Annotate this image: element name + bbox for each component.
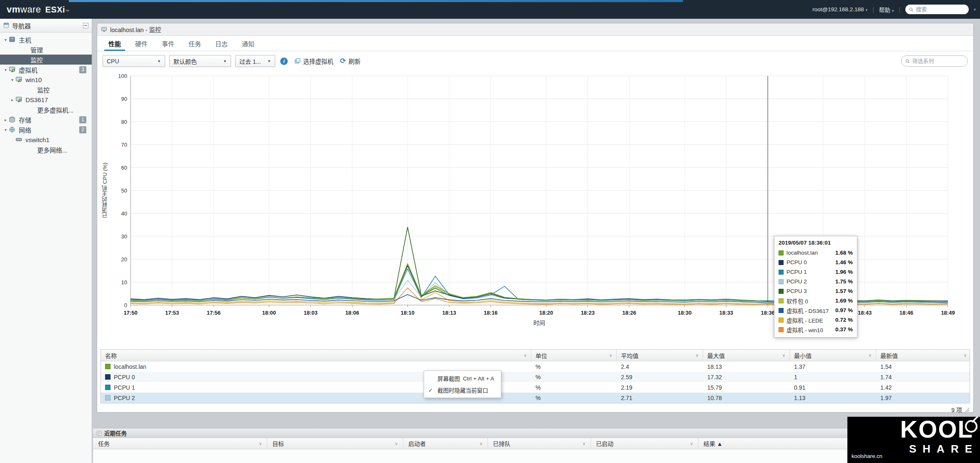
filter-chevron-icon[interactable]: ∨: [782, 353, 785, 358]
series-swatch: [779, 298, 784, 303]
collapse-sidebar-button[interactable]: [83, 23, 88, 28]
column-header[interactable]: 平均值∨: [617, 350, 703, 361]
navigator-icon: [3, 23, 9, 28]
table-row[interactable]: PCPU 0%2.5917.3211.74: [101, 372, 970, 382]
expand-right-icon[interactable]: ▸: [3, 118, 9, 122]
chart-toolbar: CPU ▼ 默认颜色 ▼ 过去 1... ▼ i 选择虚拟机 ⟳ 刷新: [97, 51, 973, 71]
table-row[interactable]: PCPU 2%2.7110.781.131.97: [101, 393, 970, 403]
sidebar-item-vm-ds3617[interactable]: ▸DS3617: [0, 95, 92, 105]
tasks-column-header[interactable]: 已启动∨: [591, 438, 699, 449]
refresh-icon: ⟳: [340, 58, 346, 65]
sidebar-item-host-monitor[interactable]: 监控: [0, 55, 92, 65]
tasks-column-header[interactable]: 任务∨: [93, 438, 267, 449]
column-header[interactable]: 最大值∨: [703, 350, 790, 361]
series-filter-input[interactable]: [912, 58, 964, 64]
column-header[interactable]: 名称∨: [101, 350, 531, 361]
expand-right-icon[interactable]: ▸: [9, 98, 15, 102]
context-menu-item[interactable]: 屏幕截图Ctrl + Alt + A: [424, 373, 501, 384]
filter-chevron-icon[interactable]: ∨: [690, 441, 693, 446]
search-input[interactable]: [916, 6, 965, 13]
tab-events[interactable]: 事件: [155, 36, 181, 51]
trademark-mark: ™: [65, 9, 69, 13]
column-header[interactable]: 最小值∨: [790, 350, 876, 361]
sidebar-item-more-networks[interactable]: 更多网络...: [0, 145, 92, 155]
filter-chevron-icon[interactable]: ∨: [609, 353, 612, 358]
sidebar-item-label: vswitch1: [25, 136, 50, 143]
sidebar-item-storage[interactable]: ▸存储1: [0, 115, 92, 125]
vswitch-icon: [15, 136, 23, 143]
refresh-button[interactable]: ⟳ 刷新: [340, 57, 361, 65]
filter-chevron-icon[interactable]: ∨: [480, 441, 482, 446]
search-icon: [909, 7, 914, 12]
metric-select-value: CPU: [107, 58, 119, 65]
sidebar-item-label: 监控: [37, 85, 50, 94]
sidebar-item-virtual-machines[interactable]: ▾虚拟机3: [0, 65, 92, 75]
svg-text:18:10: 18:10: [401, 310, 415, 316]
column-header[interactable]: 最新值∨: [876, 350, 971, 361]
series-filter[interactable]: [901, 55, 968, 67]
shortcut-label: Ctrl + Alt + A: [463, 375, 494, 382]
sidebar-item-vm-win10[interactable]: ▾win10: [0, 75, 92, 85]
filter-chevron-icon[interactable]: ∨: [395, 441, 398, 446]
svg-text:18:20: 18:20: [539, 310, 553, 316]
recent-tasks-title: 近期任务: [104, 429, 127, 437]
sidebar-item-networking[interactable]: ▾网络2: [0, 125, 92, 135]
recent-tasks-header[interactable]: 近期任务: [93, 428, 980, 438]
expand-down-icon[interactable]: ▾: [3, 68, 9, 72]
help-menu[interactable]: 帮助▾: [879, 5, 894, 14]
info-icon[interactable]: i: [280, 58, 288, 65]
tasks-column-header[interactable]: 已排队∨: [488, 438, 591, 449]
sidebar-item-label: 更多虚拟机...: [37, 105, 74, 114]
topbar-right: root@192.168.2.188▾ | 帮助▾ | ▾: [812, 5, 980, 14]
time-range-select[interactable]: 过去 1... ▼: [235, 55, 275, 67]
series-swatch: [779, 308, 784, 313]
sidebar-item-vswitch1[interactable]: vswitch1: [0, 135, 92, 145]
screenshot-context-menu: 屏幕截图Ctrl + Alt + A✓截图时隐藏当前窗口: [424, 370, 501, 398]
tab-notifications[interactable]: 通知: [235, 36, 261, 51]
loading-bar: [69, 0, 683, 2]
filter-chevron-icon[interactable]: ∨: [696, 353, 699, 358]
metric-select[interactable]: CPU ▼: [103, 55, 165, 67]
logo-product-text: ESXi: [45, 5, 65, 15]
select-vms-button[interactable]: 选择虚拟机: [294, 57, 334, 65]
resize-grip-icon[interactable]: [965, 408, 970, 412]
filter-chevron-icon[interactable]: ∨: [583, 441, 585, 446]
sidebar-item-more-vms[interactable]: 更多虚拟机...: [0, 105, 92, 115]
global-search[interactable]: [905, 5, 969, 14]
host-icon: [9, 36, 16, 43]
filter-chevron-icon[interactable]: ∨: [964, 353, 967, 358]
chart-tooltip: 2019/05/07 18:36:01 localhost.lan1.68 %P…: [774, 236, 857, 338]
vm-icon: [9, 66, 16, 73]
table-row[interactable]: localhost.lan%2.418.131.371.54: [101, 361, 970, 372]
series-swatch: [779, 318, 784, 323]
context-menu-item[interactable]: ✓截图时隐藏当前窗口: [424, 384, 501, 396]
sidebar-item-vm-win10-monitor[interactable]: 监控: [0, 85, 92, 95]
sidebar-item-host-manage[interactable]: 管理: [0, 45, 92, 55]
tasks-column-header[interactable]: 启动者∨: [403, 438, 488, 449]
network-icon: [9, 126, 16, 133]
chevron-down-icon: ▼: [264, 59, 271, 63]
expand-down-icon[interactable]: ▾: [3, 128, 9, 132]
color-scheme-select[interactable]: 默认颜色 ▼: [169, 55, 231, 67]
tab-tasks[interactable]: 任务: [181, 36, 208, 51]
table-row[interactable]: PCPU 1%2.1915.790.911.42: [101, 382, 970, 393]
divider: |: [872, 6, 874, 13]
tab-performance[interactable]: 性能: [101, 36, 128, 51]
tooltip-row: PCPU 01.46 %: [779, 258, 853, 267]
filter-chevron-icon[interactable]: ∨: [259, 441, 262, 446]
filter-chevron-icon[interactable]: ∨: [524, 353, 527, 358]
expand-down-icon[interactable]: ▾: [9, 78, 15, 82]
navigator-sidebar: 导航器 ▾主机管理监控▾虚拟机3▾win10监控▸DS3617更多虚拟机...▸…: [0, 19, 92, 463]
tab-hardware[interactable]: 硬件: [128, 36, 155, 51]
expand-down-icon[interactable]: ▾: [3, 38, 9, 42]
search-dropdown-icon[interactable]: ▾: [974, 7, 976, 12]
filter-chevron-icon[interactable]: ∨: [869, 353, 872, 358]
user-menu[interactable]: root@192.168.2.188▾: [812, 6, 867, 13]
sidebar-item-label: 更多网络...: [37, 145, 68, 154]
tasks-column-header[interactable]: 目标∨: [267, 438, 403, 449]
navigator-tree: ▾主机管理监控▾虚拟机3▾win10监控▸DS3617更多虚拟机...▸存储1▾…: [0, 33, 92, 155]
sidebar-item-host[interactable]: ▾主机: [0, 35, 92, 45]
svg-text:90: 90: [121, 96, 127, 102]
tab-logs[interactable]: 日志: [208, 36, 235, 51]
column-header[interactable]: 单位∨: [531, 350, 617, 361]
